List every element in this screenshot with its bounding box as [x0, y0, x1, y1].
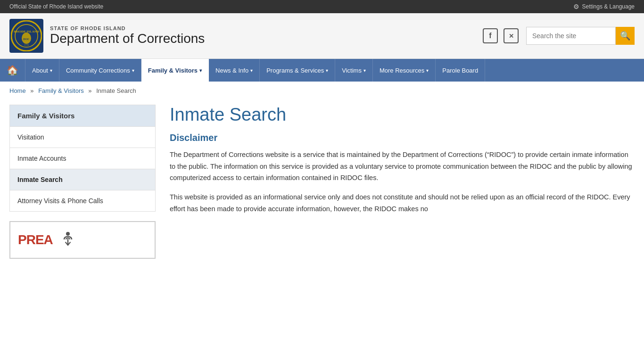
- breadcrumb-sep-1: »: [30, 87, 33, 94]
- chevron-down-icon: ▾: [426, 68, 429, 73]
- svg-text:1776: 1776: [24, 44, 29, 46]
- agency-logo: RHODE ISLAND DOC 1776: [9, 19, 43, 53]
- official-text: Official State of Rhode Island website: [9, 3, 103, 10]
- sidebar-item-inmate-search[interactable]: Inmate Search: [10, 169, 155, 190]
- header-right: f ✕ 🔍: [483, 27, 635, 45]
- chevron-down-icon: ▾: [250, 68, 253, 73]
- main-content: Inmate Search Disclaimer The Department …: [170, 105, 635, 259]
- gear-icon: ⚙: [573, 3, 579, 10]
- breadcrumb-sep-2: »: [88, 87, 91, 94]
- settings-label: Settings & Language: [582, 3, 635, 10]
- nav-home[interactable]: 🏠: [0, 59, 25, 82]
- site-header: RHODE ISLAND DOC 1776 STATE OF RHODE ISL…: [0, 13, 644, 59]
- social-icons: f ✕: [483, 28, 519, 43]
- nav-more-resources[interactable]: More Resources ▾: [373, 59, 436, 82]
- content-paragraph-1: The Department of Corrections website is…: [170, 149, 635, 184]
- header-branding: RHODE ISLAND DOC 1776 STATE OF RHODE ISL…: [9, 19, 205, 53]
- svg-text:DOC: DOC: [23, 38, 29, 41]
- sidebar-item-inmate-accounts[interactable]: Inmate Accounts: [10, 148, 155, 169]
- nav-victims[interactable]: Victims ▾: [335, 59, 373, 82]
- breadcrumb-current: Inmate Search: [96, 87, 136, 94]
- nav-programs-services[interactable]: Programs & Services ▾: [260, 59, 335, 82]
- facebook-icon[interactable]: f: [483, 28, 498, 43]
- nav-parole-board[interactable]: Parole Board: [436, 59, 485, 82]
- header-title-block: STATE OF RHODE ISLAND Department of Corr…: [50, 25, 205, 46]
- chevron-down-icon: ▾: [199, 68, 202, 73]
- main-layout: Family & Visitors Visitation Inmate Acco…: [0, 100, 644, 273]
- top-bar: Official State of Rhode Island website ⚙…: [0, 0, 644, 13]
- search-bar: 🔍: [526, 27, 635, 45]
- sidebar-nav: Family & Visitors Visitation Inmate Acco…: [9, 105, 156, 212]
- page-title: Inmate Search: [170, 105, 635, 125]
- nav-news-info[interactable]: News & Info ▾: [209, 59, 260, 82]
- sidebar: Family & Visitors Visitation Inmate Acco…: [9, 105, 156, 259]
- state-name: STATE OF RHODE ISLAND: [50, 25, 205, 31]
- twitter-x-icon[interactable]: ✕: [504, 28, 519, 43]
- nav-family-visitors[interactable]: Family & Visitors ▾: [141, 59, 209, 82]
- content-paragraph-2: This website is provided as an informati…: [170, 191, 635, 214]
- accessibility-icon: [59, 230, 76, 250]
- sidebar-item-visitation[interactable]: Visitation: [10, 126, 155, 148]
- svg-point-6: [66, 232, 70, 236]
- settings-language[interactable]: ⚙ Settings & Language: [573, 3, 635, 10]
- breadcrumb-parent[interactable]: Family & Visitors: [38, 87, 84, 94]
- sidebar-item-attorney-visits[interactable]: Attorney Visits & Phone Calls: [10, 190, 155, 211]
- breadcrumb: Home » Family & Visitors » Inmate Search: [0, 82, 644, 100]
- prea-text: PREA: [18, 232, 53, 247]
- chevron-down-icon: ▾: [50, 68, 52, 73]
- main-nav: 🏠 About ▾ Community Corrections ▾ Family…: [0, 59, 644, 82]
- sidebar-header[interactable]: Family & Visitors: [10, 105, 155, 126]
- search-button[interactable]: 🔍: [616, 27, 635, 45]
- chevron-down-icon: ▾: [363, 68, 366, 73]
- sidebar-promo: PREA: [9, 221, 156, 259]
- department-name: Department of Corrections: [50, 31, 205, 46]
- nav-about[interactable]: About ▾: [25, 59, 59, 82]
- chevron-down-icon: ▾: [326, 68, 328, 73]
- breadcrumb-home[interactable]: Home: [9, 87, 26, 94]
- chevron-down-icon: ▾: [132, 68, 134, 73]
- nav-community-corrections[interactable]: Community Corrections ▾: [59, 59, 141, 82]
- disclaimer-heading: Disclaimer: [170, 132, 635, 143]
- search-input[interactable]: [526, 27, 616, 45]
